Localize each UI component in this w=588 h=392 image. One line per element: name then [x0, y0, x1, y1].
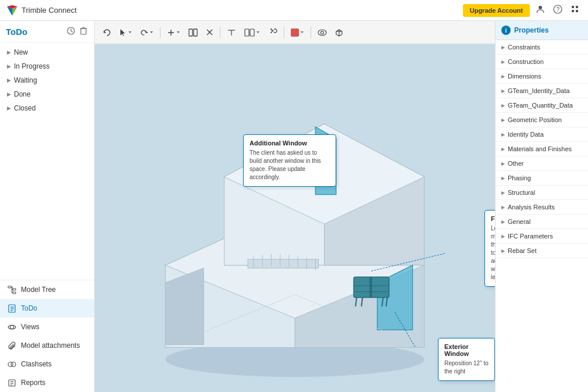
toolbar	[95, 21, 495, 44]
svg-point-46	[318, 30, 326, 35]
nav-label: Clashsets	[21, 360, 52, 368]
dropdown-arrow-icon	[176, 30, 180, 34]
prop-general[interactable]: ▶ General	[496, 215, 588, 229]
sidebar-item-reports[interactable]: Reports	[0, 373, 94, 392]
panel-button[interactable]	[185, 26, 201, 39]
link-button[interactable]	[265, 26, 281, 39]
todo-group-closed[interactable]: ▶ Closed	[0, 101, 94, 115]
todo-group-waiting[interactable]: ▶ Waiting	[0, 73, 94, 87]
right-panel: i Properties ▶ Constraints ▶ Constructio…	[495, 21, 588, 392]
prop-geometric-position[interactable]: ▶ Geometric Position	[496, 113, 588, 127]
trimble-logo-icon	[6, 4, 19, 17]
cursor-button[interactable]	[116, 26, 136, 39]
chevron-icon: ▶	[501, 103, 505, 108]
prop-materials-finishes[interactable]: ▶ Materials and Finishes	[496, 142, 588, 156]
todo-group-done[interactable]: ▶ Done	[0, 87, 94, 101]
prop-identity-data[interactable]: ▶ Identity Data	[496, 127, 588, 142]
prop-rebar-set[interactable]: ▶ Rebar Set	[496, 244, 588, 258]
toolbar-separator	[284, 27, 284, 38]
todo-groups: ▶ New ▶ In Progress ▶ Waiting ▶ Done ▶	[0, 43, 94, 117]
svg-marker-30	[129, 31, 131, 33]
svg-marker-29	[120, 29, 125, 36]
toolbar-separator	[220, 27, 220, 38]
sidebar-item-clashsets[interactable]: Clashsets	[0, 355, 94, 373]
text-button[interactable]	[223, 26, 240, 39]
info-icon: i	[501, 26, 511, 35]
annotation-furniture[interactable]: Furniture Let's try moving this over to …	[484, 210, 495, 287]
svg-rect-41	[245, 29, 249, 36]
sidebar-item-todo[interactable]: ToDo	[0, 299, 94, 318]
svg-rect-5	[572, 10, 574, 12]
prop-ifc-parameters[interactable]: ▶ IFC Parameters	[496, 229, 588, 244]
color-button[interactable]	[287, 26, 308, 39]
rotate-icon	[140, 28, 148, 37]
cursor-icon	[119, 28, 127, 37]
chevron-icon: ▶	[7, 77, 11, 83]
annotation-window-title: Additional Window	[250, 140, 330, 147]
prop-phasing[interactable]: ▶ Phasing	[496, 171, 588, 186]
help-icon-btn[interactable]: ?	[551, 2, 565, 19]
chevron-icon: ▶	[501, 248, 505, 254]
color-swatch	[291, 28, 299, 37]
sidebar-item-model-attachments[interactable]: Model attachments	[0, 336, 94, 355]
properties-title: Properties	[514, 26, 548, 34]
eye-icon	[318, 29, 327, 36]
prop-label: Dimensions	[508, 73, 541, 80]
svg-rect-4	[576, 6, 578, 8]
cube-icon	[335, 28, 343, 37]
toolbar-separator	[160, 27, 161, 38]
group-icon	[244, 28, 255, 37]
nav-label: Model Tree	[21, 286, 56, 294]
group-button[interactable]	[241, 26, 263, 39]
delete-button[interactable]	[79, 26, 88, 38]
prop-gteam-quantity[interactable]: ▶ GTeam_Quantity_Data	[496, 98, 588, 113]
prop-label: Rebar Set	[508, 247, 537, 254]
properties-list: ▶ Constraints ▶ Construction ▶ Dimension…	[496, 40, 588, 258]
chevron-icon: ▶	[501, 74, 505, 79]
prop-structural[interactable]: ▶ Structural	[496, 186, 588, 200]
prop-gteam-identity[interactable]: ▶ GTeam_Identity_Data	[496, 84, 588, 98]
prop-construction[interactable]: ▶ Construction	[496, 55, 588, 69]
sidebar-item-model-tree[interactable]: Model Tree	[0, 280, 94, 299]
rotate-button[interactable]	[137, 26, 157, 39]
prop-constraints[interactable]: ▶ Constraints	[496, 40, 588, 55]
prop-other[interactable]: ▶ Other	[496, 156, 588, 171]
todo-group-inprogress[interactable]: ▶ In Progress	[0, 59, 94, 73]
chevron-icon: ▶	[501, 117, 505, 123]
prop-analysis-results[interactable]: ▶ Analysis Results	[496, 200, 588, 215]
nav-label: ToDo	[21, 304, 37, 312]
undo-icon	[103, 28, 111, 37]
upgrade-button[interactable]: Upgrade Account	[463, 4, 530, 17]
nav-label: Model attachments	[21, 341, 80, 350]
svg-marker-43	[256, 31, 259, 33]
svg-rect-82	[369, 277, 372, 297]
annotation-exterior[interactable]: Exterior Window Reposition 12" to the ri…	[438, 338, 495, 381]
group-label: New	[14, 48, 28, 56]
viewport[interactable]: Additional Window The client has asked u…	[95, 44, 495, 392]
attachment-icon	[7, 341, 16, 350]
close-button[interactable]	[202, 26, 217, 38]
prop-label: Constraints	[508, 44, 540, 51]
annotation-window-text: The client has asked us to build another…	[250, 149, 330, 181]
building-scene	[95, 44, 495, 392]
chevron-icon: ▶	[501, 132, 505, 137]
todo-group-new[interactable]: ▶ New	[0, 45, 94, 59]
svg-rect-35	[189, 29, 193, 36]
prop-label: IFC Parameters	[508, 233, 553, 240]
svg-rect-36	[194, 29, 197, 36]
apps-icon-btn[interactable]	[568, 2, 582, 19]
eye-button[interactable]	[314, 27, 330, 38]
chevron-icon: ▶	[501, 205, 505, 210]
cube-button[interactable]	[332, 26, 347, 39]
chevron-icon: ▶	[501, 88, 505, 94]
group-label: In Progress	[14, 62, 49, 70]
chevron-icon: ▶	[7, 91, 11, 97]
undo-button[interactable]	[99, 26, 115, 39]
history-button[interactable]	[66, 26, 76, 38]
add-button[interactable]	[163, 26, 184, 39]
sidebar-item-views[interactable]: Views	[0, 318, 94, 336]
annotation-window[interactable]: Additional Window The client has asked u…	[243, 134, 336, 187]
user-icon-btn[interactable]	[533, 2, 547, 19]
prop-dimensions[interactable]: ▶ Dimensions	[496, 69, 588, 84]
prop-label: General	[508, 218, 530, 225]
